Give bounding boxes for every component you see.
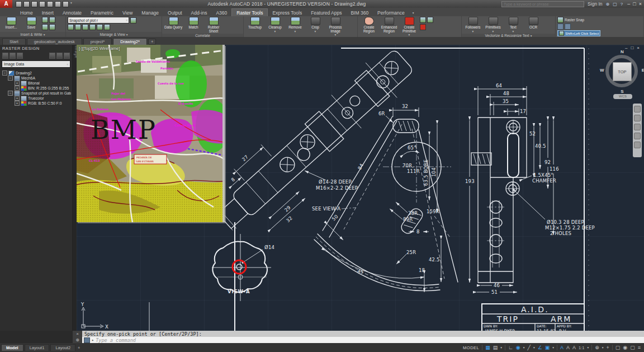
search-input[interactable] xyxy=(501,1,584,7)
chevron-down-icon[interactable]: ▾ xyxy=(533,346,535,349)
ortho-toggle-icon[interactable]: ∟ xyxy=(508,345,513,350)
tree-item-mech6a[interactable]: −Mech6A xyxy=(1,76,71,81)
image-select-dropdown[interactable]: Snapshot of plot r ▾ xyxy=(68,17,129,24)
wcs-menu[interactable]: WCS xyxy=(613,94,632,99)
chevron-down-icon[interactable]: ▾ xyxy=(552,346,554,349)
annotation-monitor-icon[interactable]: + xyxy=(607,345,609,350)
chevron-down-icon[interactable]: ▾ xyxy=(126,33,128,36)
layout2-tab[interactable]: Layout2 xyxy=(50,344,75,351)
quick-properties-icon[interactable]: ▢ xyxy=(615,345,621,350)
viewcube-west[interactable]: W xyxy=(600,68,604,73)
expander-icon[interactable]: + xyxy=(15,101,20,106)
tab-featured-apps[interactable]: Featured Apps xyxy=(306,9,346,16)
expander-icon[interactable]: + xyxy=(15,96,20,101)
image-transparency-icon[interactable] xyxy=(89,24,96,30)
exchange-apps-icon[interactable]: ▢ xyxy=(613,2,617,7)
viewcube-east[interactable]: E xyxy=(642,68,644,73)
orbit-icon[interactable] xyxy=(634,133,641,139)
palette-help-icon[interactable] xyxy=(64,53,70,59)
palette-sort-icon[interactable] xyxy=(10,53,16,59)
vtext-button[interactable]: Text▾ xyxy=(504,17,523,33)
tree-item-bitonal[interactable]: +Bitonal xyxy=(1,81,71,86)
save-as-icon[interactable] xyxy=(39,1,45,7)
tree-item-rgb[interactable]: +RGB: B:50 C:50 F:0 xyxy=(1,101,71,106)
primitives-button[interactable]: Primitives▾ xyxy=(484,17,503,33)
minimize-button[interactable]: – xyxy=(627,1,630,7)
tree-item-drawing2[interactable]: −Drawing2 xyxy=(1,71,71,76)
process-image-button[interactable]: Process Image▾ xyxy=(326,17,345,37)
viewport-minimize-icon[interactable]: – xyxy=(625,45,627,50)
snap-toggle-2-icon[interactable] xyxy=(565,24,571,30)
snap-mode-icon[interactable]: ▤ xyxy=(493,345,498,350)
tree-item-bin[interactable]: +BIN: R:255 G:255 B:255 xyxy=(1,86,71,91)
redo-icon[interactable] xyxy=(63,1,69,7)
customization-icon[interactable]: ≡ xyxy=(638,345,641,350)
create-region-button[interactable]: Create Region xyxy=(359,17,378,33)
open-file-icon[interactable] xyxy=(23,1,30,7)
data-query-button[interactable]: Data Query xyxy=(164,17,183,30)
file-tab-project[interactable]: project* xyxy=(83,38,112,45)
command-input[interactable]: ▸ Type a command xyxy=(82,337,644,343)
grid-toggle-icon[interactable]: ▦ xyxy=(485,345,490,350)
raster-snap-label[interactable]: Raster Snap xyxy=(565,18,584,22)
file-tab-drawing2[interactable]: Drawing2* xyxy=(113,38,147,45)
expander-icon[interactable]: − xyxy=(8,76,13,81)
image-info-icon[interactable] xyxy=(104,24,110,30)
clean-screen-icon[interactable]: ▢ xyxy=(630,345,635,350)
snap-toggle-1-icon[interactable] xyxy=(557,24,564,30)
isodraft-icon[interactable]: ╱ xyxy=(527,345,530,350)
tree-item-truecolor[interactable]: +Truecolor xyxy=(1,96,71,101)
otrack-icon[interactable]: ∠ xyxy=(538,345,542,350)
steering-wheel-icon[interactable] xyxy=(634,106,641,112)
rem-merge-icon[interactable] xyxy=(420,17,426,23)
tab-addins[interactable]: Add-ins xyxy=(187,9,212,16)
annotation-scale-icon[interactable]: A xyxy=(572,345,576,350)
file-tab-geolocation[interactable]: geolocation_autodesk xyxy=(27,38,82,45)
tab-raster-tools[interactable]: Raster Tools xyxy=(231,8,268,16)
frame-icon[interactable] xyxy=(49,24,55,30)
palette-views-icon[interactable] xyxy=(49,53,55,59)
tab-a360[interactable]: A360 xyxy=(211,9,231,16)
help-icon[interactable]: ? xyxy=(621,2,623,7)
tab-bim360[interactable]: BIM 360 xyxy=(346,9,373,16)
shift-click-select-button[interactable]: Shift+Left Click Select xyxy=(557,30,600,36)
image-lock-icon[interactable] xyxy=(130,17,136,24)
raster-snap-icon[interactable] xyxy=(557,17,564,23)
chevron-down-icon[interactable]: ▾ xyxy=(602,346,604,349)
embed-icon[interactable] xyxy=(49,17,55,23)
expander-icon[interactable]: − xyxy=(8,91,13,96)
annotation-visibility-icon[interactable]: A xyxy=(560,345,564,350)
export-icon[interactable] xyxy=(42,17,48,23)
save-image-button[interactable]: Save xyxy=(22,17,41,30)
sign-in-button[interactable]: Sign In xyxy=(588,1,602,7)
hide-image-icon[interactable] xyxy=(75,24,81,30)
autoscale-icon[interactable]: A xyxy=(566,345,570,350)
tab-express-tools[interactable]: Express Tools xyxy=(268,9,306,16)
ocr-button[interactable]: OCR xyxy=(524,17,543,30)
model-space-canvas[interactable]: 27 8 29 32 32 6R xyxy=(77,45,644,331)
tab-home[interactable]: Home xyxy=(16,9,37,16)
zoom-to-image-icon[interactable] xyxy=(82,24,88,30)
new-file-icon[interactable] xyxy=(16,1,22,7)
workspace-icon[interactable]: ⊕ xyxy=(595,345,599,350)
expander-icon[interactable]: + xyxy=(15,86,20,91)
command-close-icon[interactable]: × xyxy=(76,331,79,336)
image-data-dropdown[interactable]: Image Data ▾ xyxy=(2,60,70,68)
plot-icon[interactable] xyxy=(47,1,53,7)
isolate-objects-icon[interactable]: ◉ xyxy=(623,345,627,350)
image-manager-icon[interactable] xyxy=(97,24,103,30)
file-tab-start[interactable]: Start xyxy=(2,38,26,45)
new-layout-button[interactable]: + xyxy=(75,345,82,351)
transparency-icon[interactable] xyxy=(42,24,48,30)
expander-icon[interactable]: + xyxy=(15,81,20,86)
undo-icon[interactable] xyxy=(55,1,61,7)
insert-button[interactable]: Insert... xyxy=(2,17,21,30)
new-tab-button[interactable]: + xyxy=(148,39,156,45)
close-button[interactable]: × xyxy=(639,1,642,7)
viewcube-top-face[interactable]: TOP xyxy=(613,62,632,81)
restore-button[interactable]: □ xyxy=(633,1,636,7)
viewcube[interactable]: N S W E TOP xyxy=(600,49,644,94)
bmp-raster-image[interactable]: PEDANÍA DE SAN ESTEBAN Senda de Valdehie… xyxy=(77,45,225,222)
palette-image-icon[interactable] xyxy=(56,53,63,59)
touchup-button[interactable]: Touchup xyxy=(245,17,264,30)
